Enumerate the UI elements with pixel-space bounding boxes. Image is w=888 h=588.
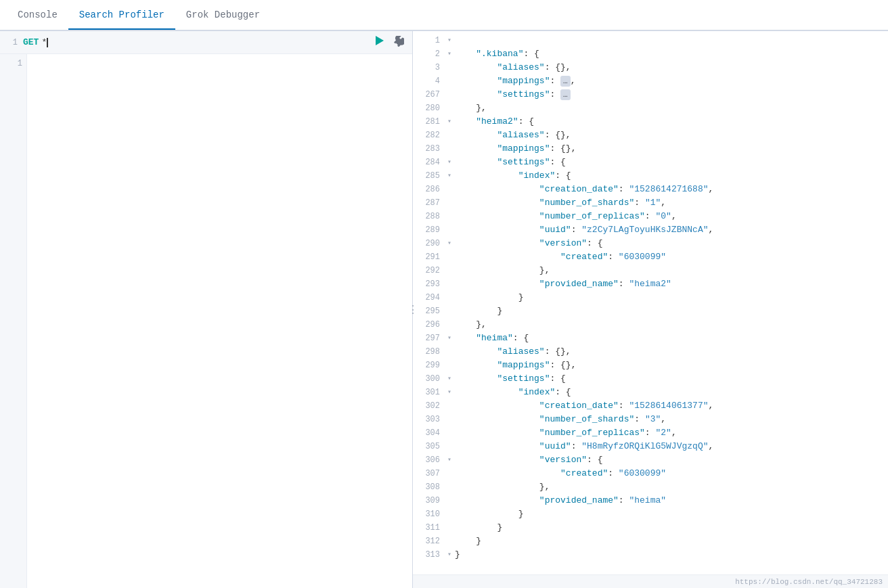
line-number: 306 — [413, 453, 445, 467]
json-line: 304 "number_of_replicas": "2", — [413, 426, 888, 440]
json-line: 296 }, — [413, 318, 888, 332]
json-line: 281▾ "heima2": { — [413, 115, 888, 129]
json-line: 299 "mappings": {}, — [413, 359, 888, 372]
fold-arrow[interactable]: ▾ — [445, 156, 453, 169]
json-line: 313▾} — [413, 548, 888, 562]
json-line: 2▾ ".kibana": { — [413, 47, 888, 61]
line-number: 267 — [413, 88, 445, 101]
json-line: 307 "created": "6030099" — [413, 467, 888, 480]
line-number: 293 — [413, 277, 445, 291]
fold-arrow[interactable]: ▾ — [445, 453, 453, 467]
method-label: GET — [23, 37, 39, 47]
json-text: } — [453, 291, 888, 304]
resize-handle[interactable]: ⋮ — [409, 31, 415, 588]
json-text: } — [453, 507, 888, 521]
json-text: "creation_date": "1528614061377", — [453, 399, 888, 413]
json-text: "provided_name": "heima" — [453, 494, 888, 507]
line-number: 308 — [413, 480, 445, 494]
line-number: 280 — [413, 101, 445, 115]
line-number: 298 — [413, 345, 445, 359]
json-line: 312 } — [413, 535, 888, 548]
fold-arrow[interactable]: ▾ — [445, 386, 453, 399]
json-line: 297▾ "heima": { — [413, 332, 888, 345]
main-layout: 1 GET * 1 — [0, 31, 888, 588]
json-text: } — [453, 535, 888, 548]
fold-arrow[interactable]: ▾ — [445, 332, 453, 345]
tab-console[interactable]: Console — [7, 1, 68, 30]
tab-bar: Console Search Profiler Grok Debugger — [0, 0, 888, 31]
json-text: "number_of_shards": "3", — [453, 413, 888, 426]
line-number: 305 — [413, 440, 445, 453]
editor-panel: 1 GET * 1 — [0, 31, 413, 588]
fold-arrow[interactable]: ▾ — [445, 47, 453, 61]
line-number: 301 — [413, 386, 445, 399]
line-number: 3 — [413, 61, 445, 74]
collapsed-badge[interactable]: … — [560, 76, 571, 87]
line-number: 300 — [413, 372, 445, 386]
line-number: 1 — [413, 34, 445, 47]
line-number: 291 — [413, 250, 445, 264]
json-text: } — [453, 304, 888, 318]
json-text: "number_of_replicas": "2", — [453, 426, 888, 440]
fold-arrow[interactable]: ▾ — [445, 34, 453, 47]
json-text: "index": { — [453, 386, 888, 399]
json-line: 294 } — [413, 291, 888, 304]
line-number: 294 — [413, 291, 445, 304]
tab-search-profiler[interactable]: Search Profiler — [68, 1, 175, 30]
json-line: 301▾ "index": { — [413, 386, 888, 399]
tab-grok-debugger[interactable]: Grok Debugger — [175, 1, 271, 30]
fold-arrow[interactable]: ▾ — [445, 237, 453, 250]
line-number: 313 — [413, 548, 445, 562]
json-text: } — [453, 521, 888, 535]
line-number: 4 — [413, 74, 445, 88]
json-text: "version": { — [453, 453, 888, 467]
line-number: 2 — [413, 47, 445, 61]
json-text: }, — [453, 480, 888, 494]
json-line: 289 "uuid": "z2Cy7LAgToyuHKsJZBNNcA", — [413, 223, 888, 237]
run-button[interactable] — [369, 33, 389, 51]
line-number: 295 — [413, 304, 445, 318]
json-text: "created": "6030099" — [453, 467, 888, 480]
fold-arrow[interactable]: ▾ — [445, 548, 453, 562]
line-number: 289 — [413, 223, 445, 237]
json-text: "aliases": {}, — [453, 345, 888, 359]
json-line: 290▾ "version": { — [413, 237, 888, 250]
fold-arrow[interactable]: ▾ — [445, 169, 453, 183]
line-number: 285 — [413, 169, 445, 183]
json-text: "mappings": {}, — [453, 359, 888, 372]
line-number: 311 — [413, 521, 445, 535]
output-footer: https://blog.csdn.net/qq_34721283 — [413, 574, 888, 588]
line-number: 297 — [413, 332, 445, 345]
json-text: "number_of_replicas": "0", — [453, 210, 888, 223]
json-line: 293 "provided_name": "heima2" — [413, 277, 888, 291]
json-text: }, — [453, 318, 888, 332]
line-number: 284 — [413, 156, 445, 169]
json-text: }, — [453, 101, 888, 115]
fold-arrow[interactable]: ▾ — [445, 115, 453, 129]
json-text: "uuid": "H8mRyfzORQiKlG5WJVgzqQ", — [453, 440, 888, 453]
path-input[interactable]: * — [41, 37, 47, 47]
line-number: 310 — [413, 507, 445, 521]
json-line: 292 }, — [413, 264, 888, 277]
editor-line-numbers: 1 — [0, 54, 27, 588]
json-line: 300▾ "settings": { — [413, 372, 888, 386]
line-number: 303 — [413, 413, 445, 426]
json-text: "settings": … — [453, 88, 888, 101]
collapsed-badge[interactable]: … — [560, 89, 571, 100]
line-number: 302 — [413, 399, 445, 413]
json-line: 1▾ — [413, 34, 888, 47]
output-content[interactable]: 1▾2▾ ".kibana": {3 "aliases": {},4 "mapp… — [413, 31, 888, 574]
line-number: 286 — [413, 183, 445, 196]
line-number: 304 — [413, 426, 445, 440]
json-text: "uuid": "z2Cy7LAgToyuHKsJZBNNcA", — [453, 223, 888, 237]
code-editor[interactable] — [27, 54, 412, 588]
json-line: 309 "provided_name": "heima" — [413, 494, 888, 507]
json-text: "aliases": {}, — [453, 61, 888, 74]
json-text: "provided_name": "heima2" — [453, 277, 888, 291]
line-number: 292 — [413, 264, 445, 277]
json-line: 308 }, — [413, 480, 888, 494]
line-number: 288 — [413, 210, 445, 223]
wrench-button[interactable] — [389, 35, 408, 51]
fold-arrow[interactable]: ▾ — [445, 372, 453, 386]
json-line: 311 } — [413, 521, 888, 535]
